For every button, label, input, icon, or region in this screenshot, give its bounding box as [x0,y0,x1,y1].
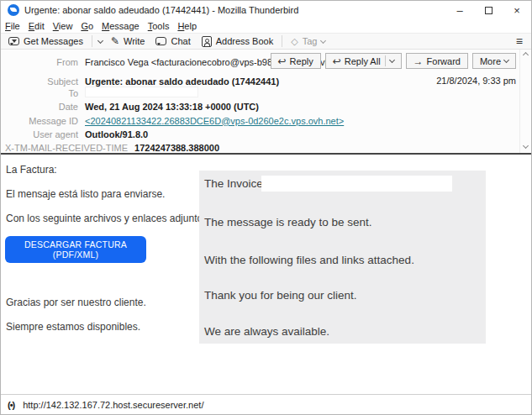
to-value-redacted [85,87,198,97]
get-messages-label: Get Messages [24,36,83,46]
maximize-icon [485,7,492,14]
close-button[interactable]: × [503,1,531,19]
download-invoice-button[interactable]: DESCARGAR FACTURA (PDF/XML) [5,236,146,263]
message-id-label: Message ID [1,116,78,126]
get-messages-icon [8,37,19,45]
user-agent-value: Outlook/91.8.0 [85,129,148,139]
get-messages-button[interactable]: Get Messages [6,35,86,47]
thunderbird-window: Urgente: abonar saldo adeudado (17442441… [0,0,532,415]
window-title: Urgente: abonar saldo adeudado (17442441… [24,5,298,15]
from-label: From [1,57,78,67]
header-row-received-time: X-TM-MAIL-RECEIVED-TIME 1724247388.38800… [1,142,219,153]
date-label: Date [1,102,78,112]
button-divider [385,55,386,66]
user-agent-label: User agent [1,129,78,139]
english-line-4: Thank you for being our client. [204,289,357,302]
more-label: More [480,56,501,66]
more-dropdown-icon [503,57,509,63]
scroll-down-icon[interactable] [523,143,529,149]
header-row-date: Date Wed, 21 Aug 2024 13:33:18 +0000 (UT… [1,101,259,112]
header-scrollbar[interactable] [519,50,531,153]
scroll-up-icon[interactable] [523,52,529,58]
english-line-3: With the following files and links attac… [204,254,414,266]
window-controls: – × [445,1,531,19]
write-label: Write [124,36,145,46]
status-bar: (•) http://142.132.167.72.host.secureser… [1,394,531,414]
reply-button[interactable]: ↩ Reply [271,53,321,69]
invoice-redacted-box [261,176,452,192]
english-line-1: The Invoice: [204,177,266,190]
menu-tools[interactable]: Tools [148,21,170,31]
address-book-button[interactable]: Address Book [199,35,276,48]
broadcast-icon: (•) [8,400,14,410]
toolbar-separator [92,35,92,47]
reply-all-icon: ↩ [333,56,341,66]
menu-file[interactable]: File [5,21,20,31]
menu-view[interactable]: View [53,21,73,31]
received-time-value: 1724247388.388000 [134,143,219,153]
tag-button[interactable]: ◇ Tag [288,35,328,47]
more-button[interactable]: More [472,53,516,69]
reply-label: Reply [290,56,313,66]
message-actions: ↩ Reply ↩ Reply All → Forward More [271,53,516,69]
header-row-subject: Subject Urgente: abonar saldo adeudado (… [1,76,279,87]
title-bar[interactable]: Urgente: abonar saldo adeudado (17442441… [1,1,531,19]
date-value: Wed, 21 Aug 2024 13:33:18 +0000 (UTC) [85,102,259,112]
subject-label: Subject [1,76,78,87]
english-line-5: We are always available. [204,325,329,338]
menu-go[interactable]: Go [81,21,93,31]
write-icon: ✎ [111,36,119,46]
app-menu-button[interactable]: ≡ [513,34,526,48]
forward-label: Forward [427,56,461,66]
message-date-display: 21/8/2024, 9:33 pm [436,76,516,86]
reply-all-button[interactable]: ↩ Reply All [325,53,402,69]
message-body: La Factura: El mensaje está listo para e… [1,155,531,396]
chat-label: Chat [171,36,190,46]
status-link-url: http://142.132.167.72.host.secureserver.… [23,400,203,410]
mail-toolbar: Get Messages ✎ Write Chat Address Book ◇… [1,33,531,50]
spanish-line-4: Gracias por ser nuestro cliente. [6,297,146,308]
menu-help[interactable]: Help [177,21,197,31]
menu-edit[interactable]: Edit [29,21,45,31]
message-header-pane: From Francisco Vega <facturacionecobro@v… [1,50,531,153]
subject-value: Urgente: abonar saldo adeudado (17442441… [85,76,279,87]
chat-icon [155,37,166,45]
thunderbird-app-icon [8,4,19,16]
get-messages-dropdown-icon[interactable] [97,37,103,43]
menu-bar: File Edit View Go Message Tools Help [1,19,531,33]
reply-all-label: Reply All [345,56,381,66]
spanish-line-2: El mensaje está listo para enviarse. [6,188,165,200]
spanish-line-5: Siempre estamos disponibles. [6,321,140,333]
write-button[interactable]: ✎ Write [108,35,148,47]
tag-dropdown-icon [320,37,326,43]
address-book-label: Address Book [216,36,273,46]
address-book-icon [202,36,212,47]
spanish-line-1: La Factura: [6,164,57,176]
received-time-label: X-TM-MAIL-RECEIVED-TIME [5,143,128,153]
tag-icon: ◇ [291,37,298,46]
reply-icon: ↩ [278,56,287,66]
message-id-link[interactable]: <20240821133422.26883DCE6D@vps-0d260e2c.… [85,116,344,126]
header-row-message-id: Message ID <20240821133422.26883DCE6D@vp… [1,115,344,126]
header-row-to: To [1,87,78,98]
tag-label: Tag [303,36,318,46]
forward-button[interactable]: → Forward [406,53,468,69]
to-label: To [1,88,78,98]
forward-icon: → [413,56,424,66]
reply-all-dropdown-icon[interactable] [389,57,395,63]
maximize-button[interactable] [474,1,503,19]
english-line-2: The message is ready to be sent. [204,216,372,229]
menu-message[interactable]: Message [102,21,140,31]
chat-button[interactable]: Chat [153,35,192,47]
header-row-user-agent: User agent Outlook/91.8.0 [1,129,148,139]
spanish-line-3: Con los seguinte archivos y enlaces adju… [6,213,205,224]
minimize-button[interactable]: – [445,1,474,19]
toolbar-separator [282,35,282,47]
translated-text-panel: The Invoice: The message is ready to be … [199,171,486,344]
